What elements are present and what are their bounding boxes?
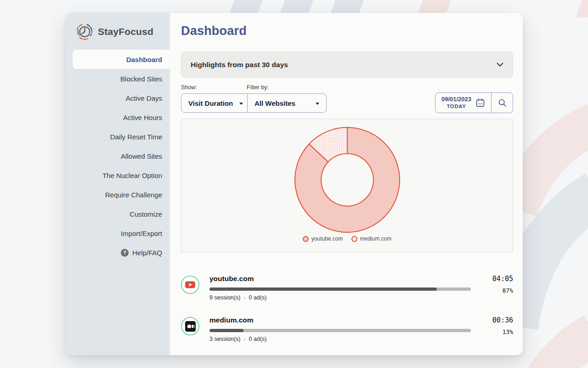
meta-separator: · — [243, 294, 245, 301]
site-name: youtube.com — [209, 275, 471, 283]
usage-bar — [209, 329, 471, 332]
sidebar-item-label: Daily Reset Time — [110, 133, 162, 141]
sidebar-item-label: Help/FAQ — [132, 249, 162, 257]
chart-legend: youtube.com medium.com — [181, 236, 513, 242]
show-select-value: Visit Duration — [188, 99, 233, 107]
site-meta: 3 session(s) · 0 ad(s) — [209, 336, 471, 342]
search-button[interactable] — [491, 93, 513, 113]
show-select[interactable]: Visit Duration — [181, 94, 247, 112]
main-content: Dashboard Highlights from past 30 days S… — [170, 13, 523, 355]
help-icon: ? — [121, 249, 129, 257]
sidebar-item-label: Require Challenge — [105, 191, 162, 199]
site-stats: 00:36 13% — [481, 316, 513, 342]
page-title: Dashboard — [181, 24, 513, 38]
legend-swatch-solid — [303, 236, 309, 242]
legend-item-youtube[interactable]: youtube.com — [303, 236, 343, 242]
chevron-down-icon — [316, 103, 319, 105]
site-row-youtube: youtube.com 9 session(s) · 0 ad(s) 04:05… — [181, 275, 513, 301]
percent-of-total: 87% — [503, 287, 513, 294]
sidebar-item-import-export[interactable]: Import/Export — [66, 224, 170, 243]
app-title: StayFocusd — [98, 26, 153, 37]
legend-label: youtube.com — [311, 236, 343, 242]
sidebar-item-dashboard[interactable]: Dashboard — [73, 50, 170, 69]
calendar-icon — [475, 98, 485, 108]
select-group: Visit Duration All Websites — [181, 93, 327, 113]
percent-of-total: 13% — [503, 328, 513, 335]
date-picker-button[interactable]: 09/01/2023 TODAY — [435, 93, 491, 113]
usage-bar-fill — [209, 288, 437, 291]
sidebar-item-active-hours[interactable]: Active Hours — [66, 108, 170, 127]
sidebar-item-nuclear-option[interactable]: The Nuclear Option — [66, 166, 170, 185]
meta-separator: · — [243, 336, 245, 342]
site-name: medium.com — [209, 316, 471, 324]
sidebar-item-label: Active Hours — [123, 114, 162, 121]
sidebar-item-blocked-sites[interactable]: Blocked Sites — [66, 69, 170, 88]
time-spent: 00:36 — [492, 316, 513, 324]
usage-bar-fill — [209, 329, 243, 332]
chart-panel: youtube.com medium.com — [181, 119, 513, 253]
sessions-count: 9 session(s) — [209, 294, 240, 301]
app-window: StayFocusd Dashboard Blocked Sites Activ… — [66, 13, 523, 355]
ads-count: 0 ad(s) — [249, 336, 267, 342]
date-value: 09/01/2023 — [441, 96, 471, 103]
time-spent: 04:05 — [492, 275, 513, 283]
deco-stripe — [576, 0, 588, 17]
date-sublabel: TODAY — [447, 103, 466, 109]
filter-labels: Show: Filter by: — [181, 84, 513, 91]
sidebar-item-label: Dashboard — [126, 56, 162, 63]
site-meta: 9 session(s) · 0 ad(s) — [209, 294, 471, 301]
ads-count: 0 ad(s) — [249, 294, 267, 301]
chevron-down-icon — [497, 63, 503, 67]
donut-chart — [288, 126, 407, 236]
filter-by-label: Filter by: — [247, 84, 269, 91]
legend-swatch-dotted — [351, 236, 357, 242]
sidebar-item-help-faq[interactable]: ? Help/FAQ — [66, 243, 170, 262]
search-icon — [498, 98, 507, 107]
stayfocusd-logo-icon — [76, 23, 93, 40]
sidebar-item-require-challenge[interactable]: Require Challenge — [66, 185, 170, 204]
show-label: Show: — [181, 84, 247, 91]
sidebar-item-label: Active Days — [126, 94, 162, 102]
legend-label: medium.com — [360, 236, 392, 242]
highlights-accordion[interactable]: Highlights from past 30 days — [181, 52, 513, 78]
website-filter-select[interactable]: All Websites — [247, 94, 326, 112]
medium-icon — [181, 317, 199, 335]
sessions-count: 3 session(s) — [209, 336, 240, 342]
sidebar-item-allowed-sites[interactable]: Allowed Sites — [66, 146, 170, 166]
sidebar-item-active-days[interactable]: Active Days — [66, 88, 170, 108]
sidebar-item-customize[interactable]: Customize — [66, 204, 170, 224]
sidebar-item-label: Allowed Sites — [121, 152, 162, 160]
date-controls: 09/01/2023 TODAY — [435, 92, 513, 113]
brand: StayFocusd — [66, 13, 170, 49]
site-row-medium: medium.com 3 session(s) · 0 ad(s) 00:36 … — [181, 316, 513, 342]
sidebar-item-label: Customize — [130, 210, 162, 218]
sidebar-item-label: The Nuclear Option — [102, 172, 162, 179]
site-stats: 04:05 87% — [481, 275, 513, 301]
chevron-down-icon — [239, 103, 243, 105]
sidebar-item-daily-reset-time[interactable]: Daily Reset Time — [66, 127, 170, 146]
controls-row: Visit Duration All Websites 09/01/2023 T… — [181, 93, 513, 113]
sidebar-item-label: Import/Export — [121, 230, 162, 237]
highlights-label: Highlights from past 30 days — [191, 61, 288, 69]
sidebar: StayFocusd Dashboard Blocked Sites Activ… — [66, 13, 170, 355]
sidebar-item-label: Blocked Sites — [120, 75, 162, 83]
sidebar-nav: Dashboard Blocked Sites Active Days Acti… — [66, 50, 170, 262]
site-usage-list: youtube.com 9 session(s) · 0 ad(s) 04:05… — [181, 275, 513, 342]
youtube-icon — [181, 276, 199, 294]
website-filter-value: All Websites — [254, 99, 295, 107]
usage-bar — [209, 288, 471, 291]
legend-item-medium[interactable]: medium.com — [351, 236, 392, 242]
